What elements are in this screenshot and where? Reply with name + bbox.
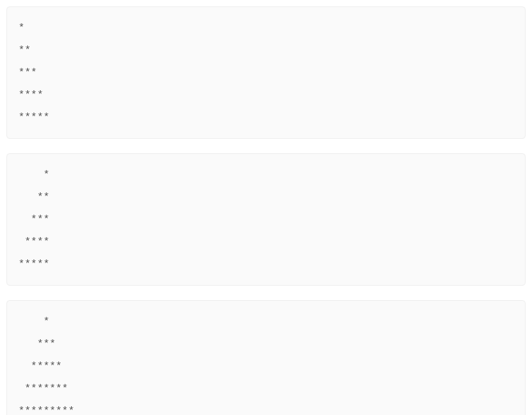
- code-block-right-triangle: * ** *** **** *****: [6, 153, 526, 286]
- code-block-pyramid: * *** ***** ******* *********: [6, 300, 526, 415]
- code-block-left-triangle: * ** *** **** *****: [6, 6, 526, 139]
